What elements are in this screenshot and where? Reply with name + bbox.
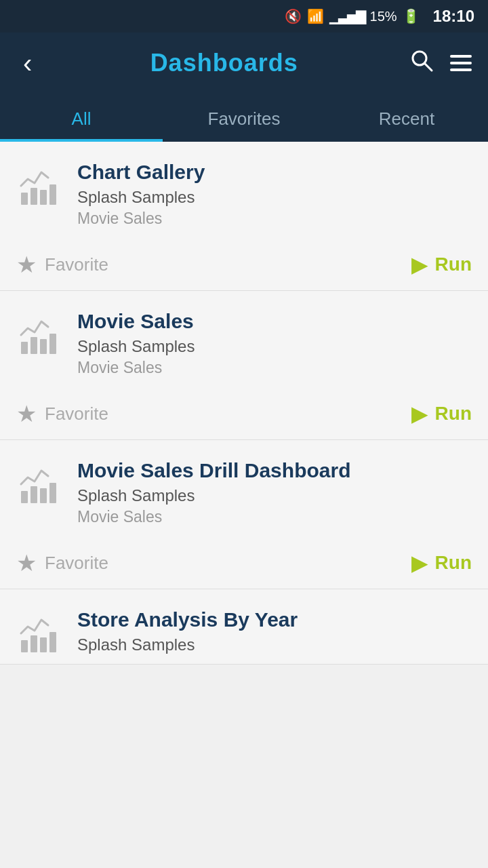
navbar-icons bbox=[409, 48, 472, 78]
favorite-button[interactable]: ★ Favorite bbox=[16, 400, 108, 427]
run-button[interactable]: ▶ Run bbox=[411, 550, 472, 576]
svg-rect-14 bbox=[21, 640, 28, 652]
dashboard-item-movie-sales[interactable]: Movie Sales Splash Samples Movie Sales ★… bbox=[0, 291, 488, 440]
tabs-bar: All Favorites Recent bbox=[0, 94, 488, 142]
run-label: Run bbox=[435, 254, 472, 275]
dashboard-title: Movie Sales bbox=[77, 310, 472, 333]
run-button[interactable]: ▶ Run bbox=[411, 401, 472, 427]
dashboard-chart-icon bbox=[16, 611, 64, 658]
dashboard-title: Chart Gallery bbox=[77, 161, 472, 184]
dashboard-item-chart-gallery[interactable]: Chart Gallery Splash Samples Movie Sales… bbox=[0, 142, 488, 291]
svg-line-1 bbox=[425, 64, 432, 71]
favorite-label: Favorite bbox=[45, 403, 108, 425]
dashboard-subtitle: Splash Samples bbox=[77, 635, 472, 654]
status-time: 18:10 bbox=[433, 7, 474, 26]
svg-rect-9 bbox=[49, 334, 56, 354]
status-bar: 🔇 📶 ▁▃▅▇ 15% 🔋 18:10 bbox=[0, 0, 488, 33]
dashboard-item-store-analysis[interactable]: Store Analysis By Year Splash Samples bbox=[0, 589, 488, 665]
dashboard-title: Store Analysis By Year bbox=[77, 608, 472, 631]
svg-rect-5 bbox=[49, 184, 56, 205]
svg-rect-15 bbox=[30, 635, 37, 652]
dashboard-chart-icon bbox=[16, 313, 64, 360]
dashboard-subtitle: Splash Samples bbox=[77, 337, 472, 356]
dashboard-subtitle: Splash Samples bbox=[77, 486, 472, 505]
favorite-button[interactable]: ★ Favorite bbox=[16, 549, 108, 576]
play-icon: ▶ bbox=[411, 550, 428, 576]
menu-icon[interactable] bbox=[450, 55, 472, 71]
navbar: ‹ Dashboards bbox=[0, 33, 488, 94]
favorite-label: Favorite bbox=[45, 254, 108, 275]
star-icon: ★ bbox=[16, 251, 37, 278]
wifi-icon: 📶 bbox=[307, 8, 324, 24]
dashboard-chart-icon bbox=[16, 462, 64, 509]
favorite-button[interactable]: ★ Favorite bbox=[16, 251, 108, 278]
favorite-label: Favorite bbox=[45, 553, 108, 574]
signal-icon: ▁▃▅▇ bbox=[329, 8, 365, 24]
run-label: Run bbox=[435, 403, 472, 425]
svg-rect-11 bbox=[30, 486, 37, 503]
svg-rect-12 bbox=[40, 488, 47, 503]
page-title: Dashboards bbox=[150, 49, 298, 77]
svg-rect-16 bbox=[40, 637, 47, 652]
tab-recent[interactable]: Recent bbox=[325, 94, 488, 142]
battery-indicator: 15% bbox=[370, 9, 397, 24]
svg-rect-17 bbox=[49, 632, 56, 652]
dashboard-item-movie-sales-drill[interactable]: Movie Sales Drill Dashboard Splash Sampl… bbox=[0, 440, 488, 589]
svg-rect-7 bbox=[30, 337, 37, 354]
dashboard-title: Movie Sales Drill Dashboard bbox=[77, 459, 472, 482]
run-button[interactable]: ▶ Run bbox=[411, 252, 472, 277]
star-icon: ★ bbox=[16, 400, 37, 427]
dashboard-chart-icon bbox=[16, 163, 64, 211]
dashboard-subtitle: Splash Samples bbox=[77, 188, 472, 207]
run-label: Run bbox=[435, 552, 472, 574]
back-button[interactable]: ‹ bbox=[16, 41, 39, 85]
svg-rect-10 bbox=[21, 491, 28, 503]
svg-rect-3 bbox=[30, 188, 37, 205]
status-icons: 🔇 📶 ▁▃▅▇ 15% 🔋 bbox=[285, 8, 420, 24]
mute-icon: 🔇 bbox=[285, 8, 302, 24]
dashboard-category: Movie Sales bbox=[77, 359, 472, 377]
svg-rect-13 bbox=[49, 483, 56, 503]
dashboard-category: Movie Sales bbox=[77, 210, 472, 228]
svg-rect-6 bbox=[21, 342, 28, 354]
svg-rect-2 bbox=[21, 193, 28, 205]
tab-favorites[interactable]: Favorites bbox=[163, 94, 325, 142]
svg-rect-4 bbox=[40, 190, 47, 205]
search-icon[interactable] bbox=[409, 48, 434, 78]
play-icon: ▶ bbox=[411, 252, 428, 277]
svg-rect-8 bbox=[40, 339, 47, 354]
star-icon: ★ bbox=[16, 549, 37, 576]
dashboard-category: Movie Sales bbox=[77, 508, 472, 526]
battery-icon: 🔋 bbox=[403, 8, 420, 24]
dashboard-list: Chart Gallery Splash Samples Movie Sales… bbox=[0, 142, 488, 665]
tab-all[interactable]: All bbox=[0, 94, 163, 142]
play-icon: ▶ bbox=[411, 401, 428, 427]
